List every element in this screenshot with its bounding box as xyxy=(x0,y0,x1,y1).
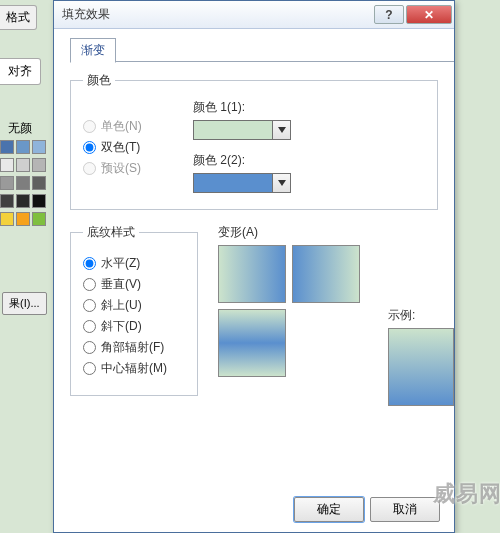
color-swatch[interactable] xyxy=(0,194,14,208)
radio-pattern-5[interactable]: 中心辐射(M) xyxy=(83,360,185,377)
group-pattern: 底纹样式 水平(Z)垂直(V)斜上(U)斜下(D)角部辐射(F)中心辐射(M) xyxy=(70,224,198,396)
label-color1: 颜色 1(1): xyxy=(193,99,291,116)
ok-button[interactable]: 确定 xyxy=(294,497,364,522)
color2-swatch xyxy=(194,174,272,192)
radio-pattern-4[interactable]: 角部辐射(F) xyxy=(83,339,185,356)
help-icon: ? xyxy=(385,8,392,22)
color-swatch[interactable] xyxy=(16,212,30,226)
color-swatch[interactable] xyxy=(32,176,46,190)
parent-title-fragment: 格式 xyxy=(0,5,37,30)
no-color-label: 无颜 xyxy=(8,120,32,137)
color2-picker[interactable] xyxy=(193,173,291,193)
radio-pattern-3[interactable]: 斜下(D) xyxy=(83,318,185,335)
color-swatch[interactable] xyxy=(32,212,46,226)
tabstrip: 渐变 xyxy=(54,29,454,62)
color-swatch[interactable] xyxy=(16,176,30,190)
color-swatch[interactable] xyxy=(0,176,14,190)
color-swatch[interactable] xyxy=(32,140,46,154)
color-swatch[interactable] xyxy=(0,212,14,226)
radio-preset[interactable]: 预设(S) xyxy=(83,160,193,177)
group-color: 颜色 单色(N) 双色(T) 预设(S) 颜色 1(1): 颜色 2(2): xyxy=(70,72,438,210)
help-button[interactable]: ? xyxy=(374,5,404,24)
label-color2: 颜色 2(2): xyxy=(193,152,291,169)
radio-single-color[interactable]: 单色(N) xyxy=(83,118,193,135)
color-swatch[interactable] xyxy=(0,140,14,154)
parent-tab-align[interactable]: 对齐 xyxy=(0,58,41,85)
fill-effects-button-fragment[interactable]: 果(I)... xyxy=(2,292,47,315)
color1-swatch xyxy=(194,121,272,139)
chevron-down-icon xyxy=(272,121,290,139)
radio-pattern-1[interactable]: 垂直(V) xyxy=(83,276,185,293)
group-pattern-legend: 底纹样式 xyxy=(83,224,139,241)
radio-pattern-0[interactable]: 水平(Z) xyxy=(83,255,185,272)
label-sample: 示例: xyxy=(388,307,454,324)
titlebar: 填充效果 ? ✕ xyxy=(54,1,454,29)
radio-two-color[interactable]: 双色(T) xyxy=(83,139,193,156)
sample-preview xyxy=(388,328,454,406)
close-icon: ✕ xyxy=(424,8,434,22)
dialog-title: 填充效果 xyxy=(62,6,374,23)
group-color-legend: 颜色 xyxy=(83,72,115,89)
tab-gradient[interactable]: 渐变 xyxy=(70,38,116,63)
radio-pattern-2[interactable]: 斜上(U) xyxy=(83,297,185,314)
variant-1[interactable] xyxy=(218,245,286,303)
variant-2[interactable] xyxy=(292,245,360,303)
color-swatch[interactable] xyxy=(16,140,30,154)
color-swatch[interactable] xyxy=(16,158,30,172)
color-swatch[interactable] xyxy=(0,158,14,172)
color-swatch[interactable] xyxy=(16,194,30,208)
variant-3[interactable] xyxy=(218,309,286,377)
fill-effects-dialog: 填充效果 ? ✕ 渐变 颜色 单色(N) 双色(T) 预设(S) 颜色 1(1)… xyxy=(53,0,455,533)
cancel-button[interactable]: 取消 xyxy=(370,497,440,522)
label-variant: 变形(A) xyxy=(218,224,368,241)
variant-grid xyxy=(218,245,368,377)
color1-picker[interactable] xyxy=(193,120,291,140)
chevron-down-icon xyxy=(272,174,290,192)
color-swatch[interactable] xyxy=(32,158,46,172)
close-button[interactable]: ✕ xyxy=(406,5,452,24)
color-swatch[interactable] xyxy=(32,194,46,208)
